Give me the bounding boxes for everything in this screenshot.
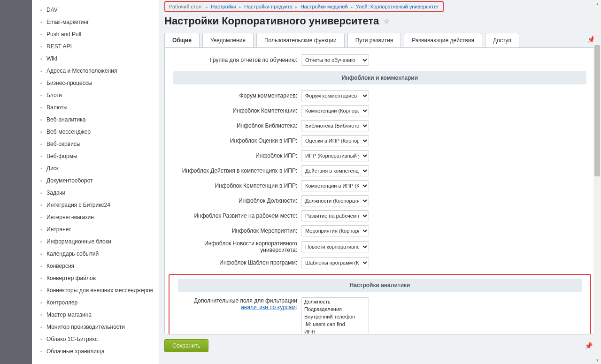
- form-label: Инфоблок Шаблон программ:: [174, 259, 301, 266]
- sidebar-item-label: Интеграция с Битрикс24: [46, 202, 110, 208]
- form-select[interactable]: Форум комментариев корпо: [301, 90, 369, 101]
- breadcrumb-link[interactable]: Настройки модулей: [300, 4, 348, 9]
- tabs-bar: ОбщиеУведомленияПользовательские функции…: [164, 33, 595, 47]
- form-row: Инфоблок Компетенции в ИПР:Компетенции в…: [165, 178, 595, 193]
- module-sidebar: DAVEmail-маркетингPush and PullREST APIW…: [32, 0, 159, 364]
- sidebar-item[interactable]: Веб-мессенджер: [40, 126, 159, 138]
- form-select[interactable]: Действия в компетенциях в: [301, 165, 369, 176]
- breadcrumb-link[interactable]: Улей: Корпоративный университет: [356, 4, 439, 9]
- form-select[interactable]: ИПР (Корпоративный униве: [301, 150, 369, 161]
- analytics-multiselect[interactable]: ДолжностьПодразделенияВнутренний телефон…: [301, 297, 369, 334]
- sidebar-item[interactable]: Веб-аналитика: [40, 114, 159, 126]
- sidebar-item[interactable]: Мастер магазина: [40, 309, 159, 321]
- form-label: Инфоблок Мероприятия:: [174, 228, 301, 234]
- sidebar-item[interactable]: REST API: [40, 40, 159, 53]
- breadcrumb: Рабочий стол ▸Настройки▸Настройки продук…: [169, 4, 439, 9]
- sidebar-item[interactable]: Монитор производительности: [40, 321, 159, 333]
- pin-bottom-icon[interactable]: 📌: [585, 342, 593, 349]
- breadcrumb-link[interactable]: Настройки продукта: [244, 4, 293, 9]
- sidebar-item[interactable]: Облако 1С-Битрикс: [40, 333, 159, 345]
- sidebar-item-label: Push and Pull: [46, 31, 81, 38]
- sidebar-item[interactable]: Веб-формы: [40, 150, 159, 162]
- tab[interactable]: Развивающие действия: [404, 33, 482, 47]
- form-select[interactable]: Должности (Корпоративный: [301, 195, 369, 206]
- form-label: Инфоблок Библиотека:: [174, 122, 301, 129]
- page-scrollbar[interactable]: ▴ ▾: [593, 0, 601, 364]
- sidebar-item-label: Конверсия: [46, 263, 74, 269]
- form-select[interactable]: Мероприятия (Корпоративн: [301, 225, 369, 236]
- form-row: Инфоблок ИПР:ИПР (Корпоративный униве: [165, 148, 595, 163]
- analytics-courses-link[interactable]: аналитики по курсам: [241, 304, 296, 311]
- form-select[interactable]: Новости корпоративного ун: [301, 241, 369, 252]
- admin-left-rail: [0, 0, 32, 364]
- tab[interactable]: Доступ: [485, 33, 519, 47]
- breadcrumb-link[interactable]: Настройки: [211, 4, 236, 9]
- sidebar-item-label: DAV: [46, 7, 58, 13]
- select-report-group[interactable]: Отчеты по обучению: [301, 54, 369, 66]
- sidebar-item[interactable]: Информационные блоки: [40, 235, 159, 248]
- page-title: Настройки Корпоративного университета ☆: [164, 15, 595, 27]
- form-select[interactable]: Оценки в ИПР (Корпоратив: [301, 135, 369, 146]
- content-area: Рабочий стол ▸Настройки▸Настройки продук…: [159, 0, 601, 364]
- multiselect-option[interactable]: IM: users can find: [301, 320, 369, 328]
- sidebar-item-label: Валюты: [46, 104, 68, 111]
- sidebar-item[interactable]: Email-маркетинг: [40, 16, 159, 28]
- form-select[interactable]: Компетенции в ИПР (Корпо: [301, 180, 369, 191]
- scroll-down-icon[interactable]: ▾: [593, 356, 601, 364]
- tab[interactable]: Пути развития: [347, 33, 401, 47]
- sidebar-item[interactable]: Календарь событий: [40, 248, 159, 260]
- sidebar-item[interactable]: Конверсия: [40, 260, 159, 272]
- sidebar-item[interactable]: Wiki: [40, 53, 159, 65]
- scroll-up-icon[interactable]: ▴: [593, 0, 601, 8]
- scrollbar-thumb[interactable]: [594, 45, 600, 176]
- multiselect-option[interactable]: Должность: [301, 298, 369, 305]
- sidebar-item[interactable]: Интернет-магазин: [40, 211, 159, 223]
- form-select[interactable]: Компетенции (Корпоративн: [301, 105, 369, 116]
- form-row-report-group: Группа для отчетов по обучению: Отчеты п…: [165, 53, 595, 68]
- sidebar-item-label: Веб-аналитика: [46, 116, 85, 123]
- sidebar-item-label: Коннекторы для внешних мессенджеров: [46, 287, 153, 294]
- tab[interactable]: Уведомления: [202, 33, 254, 47]
- breadcrumb-root[interactable]: Рабочий стол: [169, 4, 201, 9]
- form-row: Инфоблок Должности:Должности (Корпоратив…: [165, 193, 595, 208]
- sidebar-item-label: Интернет-магазин: [46, 214, 94, 220]
- form-row: Инфоблок Компетенции:Компетенции (Корпор…: [165, 103, 595, 118]
- sidebar-item[interactable]: Задачи: [40, 187, 159, 199]
- multiselect-option[interactable]: Подразделения: [301, 305, 369, 313]
- multiselect-option[interactable]: ИНН: [301, 328, 369, 334]
- sidebar-item-label: Документооборот: [46, 177, 93, 184]
- form-row: Инфоблок Мероприятия:Мероприятия (Корпор…: [165, 223, 595, 238]
- form-select[interactable]: Шаблоны программ (Корпо: [301, 257, 369, 268]
- form-label: Инфоблок ИПР:: [174, 152, 301, 159]
- sidebar-item[interactable]: Бизнес-процессы: [40, 77, 159, 89]
- sidebar-item[interactable]: Блоги: [40, 89, 159, 101]
- tab[interactable]: Общие: [164, 33, 200, 47]
- sidebar-item[interactable]: Контроллер: [40, 296, 159, 309]
- multiselect-option[interactable]: Внутренний телефон: [301, 313, 369, 320]
- sidebar-item[interactable]: Валюты: [40, 101, 159, 114]
- favorite-star-icon[interactable]: ☆: [384, 17, 390, 25]
- sidebar-item-label: Веб-мессенджер: [46, 129, 91, 135]
- sidebar-item[interactable]: Адреса и Местоположения: [40, 65, 159, 77]
- sidebar-item[interactable]: Документооборот: [40, 174, 159, 187]
- sidebar-item[interactable]: Коннекторы для внешних мессенджеров: [40, 284, 159, 296]
- sidebar-item[interactable]: Интеграция с Битрикс24: [40, 199, 159, 211]
- sidebar-item[interactable]: DAV: [40, 4, 159, 16]
- form-select[interactable]: Библиотека (Библиотека): [301, 120, 369, 131]
- sidebar-item[interactable]: Push and Pull: [40, 28, 159, 40]
- form-select[interactable]: Развитие на рабочем месте: [301, 210, 369, 221]
- sidebar-item-label: Монитор производительности: [46, 324, 125, 330]
- sidebar-item[interactable]: Веб-сервисы: [40, 138, 159, 150]
- sidebar-item[interactable]: Интранет: [40, 223, 159, 235]
- save-button[interactable]: Сохранить: [164, 339, 208, 352]
- form-label: Инфоблок Развитие на рабочем месте:: [174, 212, 301, 219]
- sidebar-item-label: REST API: [46, 43, 72, 50]
- section-analytics-heading: Настройки аналитики: [178, 279, 582, 292]
- sidebar-item[interactable]: Облачные хранилища: [40, 345, 159, 357]
- tab[interactable]: Пользовательские функции: [256, 33, 345, 47]
- sidebar-item[interactable]: Диск: [40, 162, 159, 174]
- sidebar-item[interactable]: Конвертер файлов: [40, 272, 159, 284]
- sidebar-item-label: Конвертер файлов: [46, 275, 96, 281]
- sidebar-item-label: Диск: [46, 165, 59, 172]
- sidebar-item-label: Информационные блоки: [46, 238, 111, 245]
